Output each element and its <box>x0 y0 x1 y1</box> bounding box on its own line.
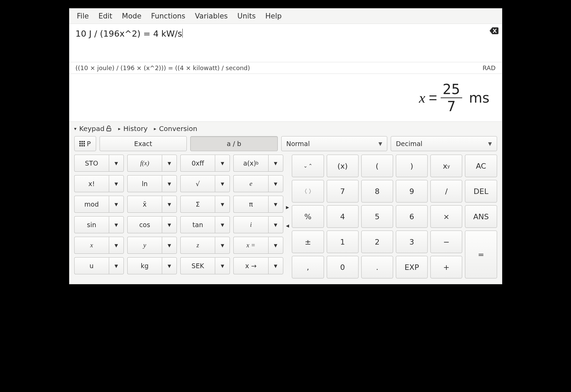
key-1[interactable]: 1 <box>327 231 359 253</box>
key-multiply[interactable]: × <box>430 205 462 228</box>
key-AC[interactable]: AC <box>465 155 497 177</box>
p-label: P <box>87 140 91 147</box>
menu-file[interactable]: File <box>72 10 94 22</box>
up-down-icon: ⌄⌃ <box>303 163 312 169</box>
dropdown-arrow-icon[interactable]: ▼ <box>162 216 177 233</box>
key-9[interactable]: 9 <box>396 180 428 202</box>
key-4[interactable]: 4 <box>327 205 359 228</box>
key-plus[interactable]: + <box>430 256 462 278</box>
dropdown-arrow-icon[interactable]: ▼ <box>215 155 230 172</box>
dropdown-arrow-icon[interactable]: ▼ <box>268 257 283 274</box>
key-x[interactable]: (x) <box>327 155 359 177</box>
dropdown-arrow-icon[interactable]: ▼ <box>162 237 177 254</box>
func-button-5-0[interactable]: u▼ <box>74 257 124 274</box>
func-button-2-2[interactable]: Σ▼ <box>180 196 230 213</box>
dropdown-arrow-icon[interactable]: ▼ <box>109 257 124 274</box>
key-plusminus[interactable]: ± <box>292 231 324 253</box>
func-button-0-1[interactable]: f(x)▼ <box>127 155 177 172</box>
key-equals[interactable]: = <box>465 231 497 278</box>
menu-functions[interactable]: Functions <box>146 10 190 22</box>
key-[interactable]: ( <box>361 155 393 177</box>
dropdown-arrow-icon[interactable]: ▼ <box>215 196 230 213</box>
func-button-4-2[interactable]: z▼ <box>180 237 230 254</box>
dropdown-arrow-icon[interactable]: ▼ <box>162 175 177 192</box>
dropdown-arrow-icon[interactable]: ▼ <box>109 216 124 233</box>
func-button-1-3[interactable]: e▼ <box>233 175 283 192</box>
tab-conversion[interactable]: Conversion <box>154 125 197 133</box>
func-button-0-0[interactable]: STO▼ <box>74 155 124 172</box>
func-button-3-0[interactable]: sin▼ <box>74 216 124 233</box>
func-button-0-3[interactable]: a(x)b▼ <box>233 155 283 172</box>
dropdown-arrow-icon[interactable]: ▼ <box>109 196 124 213</box>
dropdown-arrow-icon[interactable]: ▼ <box>162 155 177 172</box>
key-comma[interactable]: , <box>292 256 324 278</box>
tab-keypad[interactable]: Keypad <box>74 125 112 133</box>
result-denominator: 7 <box>445 100 458 113</box>
key-0[interactable]: 0 <box>327 256 359 278</box>
dropdown-arrow-icon[interactable]: ▼ <box>109 237 124 254</box>
dropdown-arrow-icon[interactable]: ▼ <box>162 257 177 274</box>
dropdown-arrow-icon[interactable]: ▼ <box>268 196 283 213</box>
func-button-1-2[interactable]: √▼ <box>180 175 230 192</box>
key-EXP[interactable]: EXP <box>396 256 428 278</box>
fraction-mode-button[interactable]: a / b <box>190 136 278 151</box>
func-button-4-0[interactable]: x▼ <box>74 237 124 254</box>
key-minus[interactable]: − <box>430 231 462 253</box>
key-xy[interactable]: xy <box>430 155 462 177</box>
tab-history[interactable]: History <box>118 125 147 133</box>
func-button-2-0[interactable]: mod▼ <box>74 196 124 213</box>
key-2[interactable]: 2 <box>361 231 393 253</box>
number-base-select[interactable]: Decimal ▼ <box>391 136 497 151</box>
dropdown-arrow-icon[interactable]: ▼ <box>268 216 283 233</box>
dropdown-arrow-icon[interactable]: ▼ <box>215 216 230 233</box>
menu-mode[interactable]: Mode <box>117 10 146 22</box>
exact-mode-button[interactable]: Exact <box>100 136 187 151</box>
parsed-expression-text: ((10 × joule) / (196 × (x^2))) = ((4 × k… <box>76 64 250 71</box>
menu-help[interactable]: Help <box>260 10 286 22</box>
dropdown-arrow-icon[interactable]: ▼ <box>268 155 283 172</box>
func-button-3-3[interactable]: i▼ <box>233 216 283 233</box>
key-DEL[interactable]: DEL <box>465 180 497 202</box>
func-button-5-3[interactable]: x →▼ <box>233 257 283 274</box>
func-button-2-3[interactable]: π▼ <box>233 196 283 213</box>
func-button-0-2[interactable]: 0xff▼ <box>180 155 230 172</box>
key-3[interactable]: 3 <box>396 231 428 253</box>
dropdown-arrow-icon[interactable]: ▼ <box>109 155 124 172</box>
key-8[interactable]: 8 <box>361 180 393 202</box>
key-ANS[interactable]: ANS <box>465 205 497 228</box>
dropdown-arrow-icon[interactable]: ▼ <box>268 175 283 192</box>
key-divide[interactable]: / <box>430 180 462 202</box>
dropdown-arrow-icon[interactable]: ▼ <box>268 237 283 254</box>
func-button-2-1[interactable]: x̄▼ <box>127 196 177 213</box>
key-5[interactable]: 5 <box>361 205 393 228</box>
history-nav-updown[interactable]: ⌄⌃ <box>292 155 324 177</box>
key-7[interactable]: 7 <box>327 180 359 202</box>
menu-edit[interactable]: Edit <box>94 10 117 22</box>
func-button-5-2[interactable]: SEK▼ <box>180 257 230 274</box>
programming-keypad-button[interactable]: P <box>74 136 96 151</box>
dropdown-arrow-icon[interactable]: ▼ <box>109 175 124 192</box>
key-dot[interactable]: . <box>361 256 393 278</box>
key-percent[interactable]: % <box>292 205 324 228</box>
expression-input[interactable]: 10 J / (196x^2) = 4 kW/s <box>69 24 502 62</box>
dropdown-arrow-icon[interactable]: ▼ <box>215 257 230 274</box>
func-button-5-1[interactable]: kg▼ <box>127 257 177 274</box>
cursor-nav-leftright[interactable]: 〈〉 <box>292 180 324 202</box>
keypad-resize-handle[interactable]: ▶ ◀ <box>286 155 289 278</box>
func-button-4-3[interactable]: x =▼ <box>233 237 283 254</box>
func-button-1-0[interactable]: x!▼ <box>74 175 124 192</box>
func-button-1-1[interactable]: ln▼ <box>127 175 177 192</box>
func-button-3-2[interactable]: tan▼ <box>180 216 230 233</box>
menu-variables[interactable]: Variables <box>190 10 233 22</box>
dropdown-arrow-icon[interactable]: ▼ <box>215 175 230 192</box>
func-button-4-1[interactable]: y▼ <box>127 237 177 254</box>
dropdown-arrow-icon[interactable]: ▼ <box>162 196 177 213</box>
dropdown-arrow-icon[interactable]: ▼ <box>215 237 230 254</box>
unlock-icon <box>106 125 112 133</box>
backspace-icon[interactable] <box>490 27 498 34</box>
menu-units[interactable]: Units <box>233 10 261 22</box>
display-mode-select[interactable]: Normal ▼ <box>281 136 387 151</box>
func-button-3-1[interactable]: cos▼ <box>127 216 177 233</box>
key-6[interactable]: 6 <box>396 205 428 228</box>
key-[interactable]: ) <box>396 155 428 177</box>
